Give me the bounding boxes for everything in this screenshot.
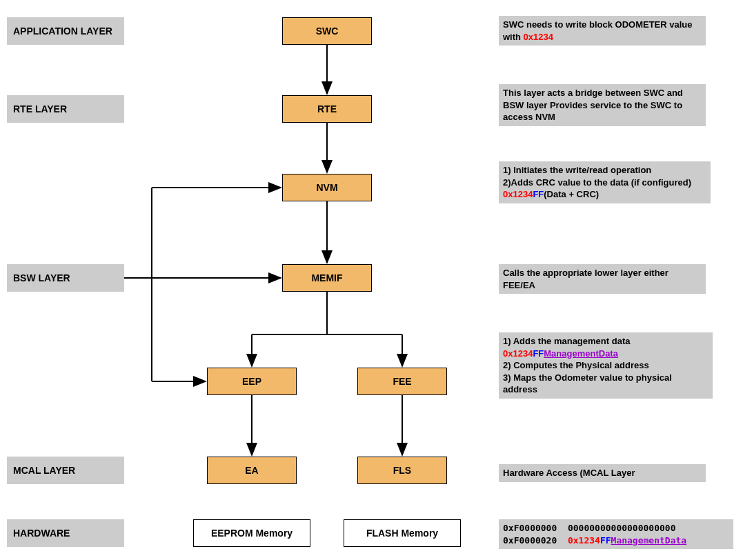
block-fls-text: FLS <box>393 465 411 476</box>
block-swc: SWC <box>282 17 372 45</box>
layer-bsw: BSW LAYER <box>7 264 124 292</box>
layer-hardware: HARDWARE <box>7 519 124 547</box>
block-fee: FEE <box>357 368 447 395</box>
note-nvm-c: (Data + CRC) <box>544 189 599 199</box>
block-eeprom: EEPROM Memory <box>193 519 310 547</box>
note-fee: 1) Adds the management data 0x1234FFMana… <box>499 332 713 399</box>
note-fee-hex: 0x1234 <box>503 348 533 359</box>
layer-mcal: MCAL LAYER <box>7 457 124 484</box>
layer-application: APPLICATION LAYER <box>7 17 124 45</box>
block-swc-text: SWC <box>316 26 339 37</box>
block-eeprom-text: EEPROM Memory <box>211 528 293 539</box>
layer-mcal-text: MCAL LAYER <box>13 465 75 476</box>
block-ea-text: EA <box>245 465 258 476</box>
note-hw-addr1: 0xF0000000 <box>503 523 557 533</box>
layer-rte-text: RTE LAYER <box>13 103 67 114</box>
note-memif: Calls the appropriate lower layer either… <box>499 264 706 294</box>
note-hw-addr2: 0xF0000020 <box>503 535 557 546</box>
note-rte: This layer acts a bridge between SWC and… <box>499 84 706 126</box>
block-memif: MEMIF <box>282 264 372 292</box>
block-flash: FLASH Memory <box>344 519 461 547</box>
block-fee-text: FEE <box>393 376 411 387</box>
note-mcal-text: Hardware Access (MCAL Layer <box>503 468 635 478</box>
block-memif-text: MEMIF <box>311 272 342 283</box>
note-hardware: 0xF0000000 00000000000000000000 0xF00000… <box>499 519 733 549</box>
note-nvm: 1) Initiates the write/read operation 2)… <box>499 161 711 203</box>
note-nvm-a: 1) Initiates the write/read operation <box>503 165 651 175</box>
block-eep: EEP <box>207 368 297 395</box>
block-fls: FLS <box>357 457 447 484</box>
block-flash-text: FLASH Memory <box>366 528 438 539</box>
block-ea: EA <box>207 457 297 484</box>
note-fee-c: 3) Maps the Odometer value to physical a… <box>503 372 672 395</box>
block-nvm: NVM <box>282 174 372 201</box>
note-fee-mgmt: ManagementData <box>544 348 618 359</box>
block-rte: RTE <box>282 95 372 123</box>
note-hw-mgmt: ManagementData <box>611 535 687 546</box>
note-fee-a: 1) Adds the management data <box>503 336 630 346</box>
layer-hardware-text: HARDWARE <box>13 528 70 539</box>
note-fee-b: 2) Computes the Physical address <box>503 360 649 370</box>
note-hw-hex: 0x1234 <box>568 535 600 546</box>
note-memif-text: Calls the appropriate lower layer either… <box>503 268 668 290</box>
note-swc-hex: 0x1234 <box>524 32 553 42</box>
block-eep-text: EEP <box>242 376 261 387</box>
layer-rte: RTE LAYER <box>7 95 124 123</box>
block-rte-text: RTE <box>317 103 337 114</box>
note-rte-text: This layer acts a bridge between SWC and… <box>503 88 683 122</box>
layer-bsw-text: BSW LAYER <box>13 272 70 283</box>
note-nvm-b: 2)Adds CRC value to the data (if configu… <box>503 177 691 188</box>
layer-application-text: APPLICATION LAYER <box>13 26 112 37</box>
note-fee-ff: FF <box>533 348 544 359</box>
note-mcal: Hardware Access (MCAL Layer <box>499 464 706 482</box>
block-nvm-text: NVM <box>316 182 337 193</box>
note-swc: SWC needs to write block ODOMETER value … <box>499 16 706 46</box>
note-nvm-hex: 0x1234 <box>503 189 533 199</box>
note-hw-ff: FF <box>600 535 611 546</box>
note-hw-zeros: 00000000000000000000 <box>568 523 676 533</box>
note-nvm-ff: FF <box>533 189 544 199</box>
